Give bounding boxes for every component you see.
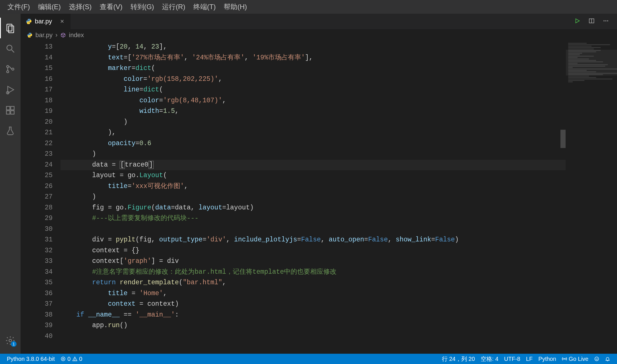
- line-number: 30: [21, 224, 53, 235]
- code-line[interactable]: y=[20, 14, 23],: [61, 42, 566, 53]
- more-actions-icon[interactable]: [603, 18, 609, 25]
- code-line[interactable]: title = 'Home',: [61, 288, 566, 299]
- code-line[interactable]: data = [trace0]: [61, 160, 566, 171]
- status-bell-icon[interactable]: [602, 356, 613, 361]
- menubar: 文件(F) 编辑(E) 选择(S) 查看(V) 转到(G) 运行(R) 终端(T…: [0, 0, 617, 14]
- svg-point-4: [7, 65, 9, 68]
- code-line[interactable]: return render_template("bar.html",: [61, 277, 566, 288]
- code-line[interactable]: if __name__ == '__main__':: [61, 310, 566, 321]
- svg-rect-1: [9, 26, 14, 33]
- code-line[interactable]: opacity=0.6: [61, 138, 566, 149]
- svg-rect-0: [7, 24, 12, 31]
- status-encoding[interactable]: UTF-8: [501, 356, 523, 362]
- extensions-icon[interactable]: [0, 100, 21, 121]
- line-number: 38: [21, 310, 53, 321]
- code-line[interactable]: color='rgb(158,202,225)',: [61, 74, 566, 85]
- line-number: 13: [21, 42, 53, 53]
- run-file-icon[interactable]: [574, 18, 580, 25]
- code-line[interactable]: #注意名字需要相应的修改：此处为bar.html，记住将template中的也要…: [61, 267, 566, 278]
- menu-help[interactable]: 帮助(H): [220, 1, 251, 13]
- run-debug-icon[interactable]: [0, 79, 21, 100]
- menu-edit[interactable]: 编辑(E): [34, 1, 65, 13]
- menu-view[interactable]: 查看(V): [96, 1, 127, 13]
- svg-rect-12: [11, 107, 14, 110]
- status-feedback-icon[interactable]: [591, 356, 602, 361]
- menu-terminal[interactable]: 终端(T): [189, 1, 220, 13]
- line-number: 24: [21, 160, 53, 171]
- svg-point-2: [7, 45, 12, 50]
- code-line[interactable]: app.run(): [61, 320, 566, 331]
- test-icon[interactable]: [0, 121, 21, 141]
- line-number: 15: [21, 63, 53, 74]
- svg-point-14: [28, 19, 28, 20]
- code-line[interactable]: #---以上需要复制修改的代码块---: [61, 213, 566, 224]
- line-number: 33: [21, 256, 53, 267]
- code-line[interactable]: color='rgb(8,48,107)',: [61, 95, 566, 106]
- line-number: 19: [21, 106, 53, 117]
- scrollbar-thumb[interactable]: [560, 130, 566, 148]
- menu-select[interactable]: 选择(S): [65, 1, 96, 13]
- code-line[interactable]: context = {}: [61, 245, 566, 256]
- code-line[interactable]: ),: [61, 127, 566, 138]
- svg-point-13: [9, 339, 12, 342]
- code-editor[interactable]: 1314151617181920212223242526272829303132…: [21, 41, 617, 354]
- breadcrumb[interactable]: bar.py › index: [21, 29, 617, 41]
- code-line[interactable]: width=1.5,: [61, 106, 566, 117]
- code-line[interactable]: fig = go.Figure(data=data, layout=layout…: [61, 203, 566, 213]
- error-icon: [61, 356, 66, 361]
- code-line[interactable]: context = context): [61, 299, 566, 310]
- status-eol[interactable]: LF: [523, 356, 535, 362]
- status-bar: Python 3.8.0 64-bit 0 0 行 24，列 20 空格: 4 …: [0, 354, 617, 364]
- tab-bar-py[interactable]: bar.py ✕: [21, 14, 71, 29]
- status-cursor-pos[interactable]: 行 24，列 20: [439, 355, 478, 363]
- status-indent[interactable]: 空格: 4: [478, 355, 501, 363]
- settings-gear-icon[interactable]: 1: [0, 330, 21, 351]
- python-file-icon: [26, 18, 32, 25]
- code-content[interactable]: y=[20, 14, 23], text=['27%市场占有率', '24%市场…: [61, 41, 566, 354]
- svg-marker-16: [576, 19, 580, 23]
- line-number-gutter: 1314151617181920212223242526272829303132…: [21, 41, 61, 354]
- code-line[interactable]: layout = go.Layout(: [61, 170, 566, 181]
- warning-count: 0: [79, 356, 82, 362]
- code-line[interactable]: ): [61, 192, 566, 203]
- code-line[interactable]: [61, 224, 566, 235]
- svg-point-27: [564, 359, 565, 359]
- code-line[interactable]: title='xxx可视化作图',: [61, 181, 566, 192]
- code-line[interactable]: [61, 331, 566, 342]
- menu-file[interactable]: 文件(F): [3, 1, 34, 13]
- line-number: 40: [21, 331, 53, 342]
- line-number: 25: [21, 170, 53, 181]
- code-line[interactable]: text=['27%市场占有率', '24%市场占有率', '19%市场占有率'…: [61, 53, 566, 63]
- editor-actions: [574, 14, 617, 29]
- code-line[interactable]: div = pyplt(fig, output_type='div', incl…: [61, 235, 566, 245]
- search-icon[interactable]: [0, 38, 21, 59]
- svg-point-15: [29, 23, 30, 24]
- warning-icon: [72, 356, 77, 361]
- status-python-env[interactable]: Python 3.8.0 64-bit: [4, 356, 58, 362]
- code-line[interactable]: line=dict(: [61, 85, 566, 95]
- menu-go[interactable]: 转到(G): [127, 1, 158, 13]
- split-editor-icon[interactable]: [588, 18, 595, 25]
- svg-rect-10: [7, 111, 10, 114]
- status-language[interactable]: Python: [536, 356, 559, 362]
- source-control-icon[interactable]: [0, 59, 21, 79]
- breadcrumb-symbol[interactable]: index: [69, 31, 84, 39]
- code-line[interactable]: ): [61, 117, 566, 128]
- svg-point-6: [12, 68, 14, 70]
- settings-badge: 1: [11, 341, 17, 347]
- status-golive[interactable]: Go Live: [559, 356, 591, 362]
- status-problems[interactable]: 0 0: [58, 356, 85, 362]
- line-number: 39: [21, 320, 53, 331]
- menu-run[interactable]: 运行(R): [158, 1, 189, 13]
- code-line[interactable]: context['graph'] = div: [61, 256, 566, 267]
- line-number: 26: [21, 181, 53, 192]
- explorer-icon[interactable]: [0, 18, 21, 38]
- code-line[interactable]: ): [61, 149, 566, 160]
- close-icon[interactable]: ✕: [60, 18, 64, 25]
- minimap[interactable]: [566, 41, 617, 354]
- line-number: 37: [21, 299, 53, 310]
- breadcrumb-file[interactable]: bar.py: [35, 31, 53, 39]
- minimap-viewport[interactable]: [566, 50, 617, 75]
- code-line[interactable]: marker=dict(: [61, 63, 566, 74]
- line-number: 23: [21, 149, 53, 160]
